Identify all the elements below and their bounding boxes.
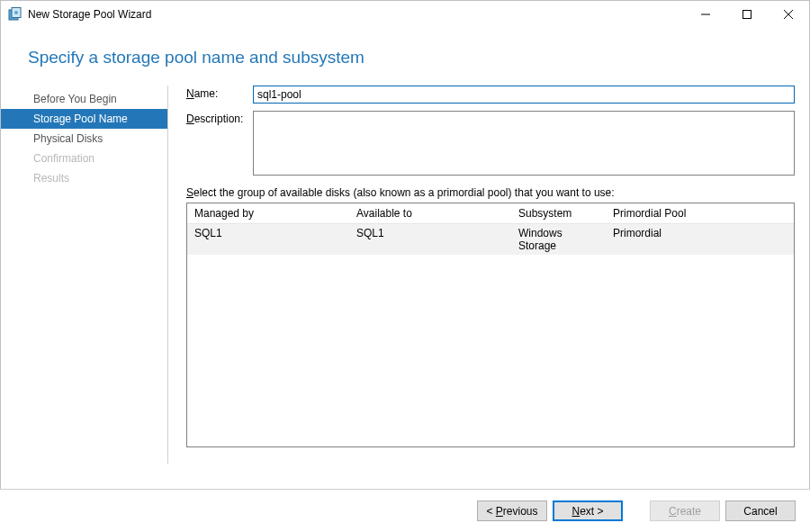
description-input[interactable]	[253, 111, 795, 176]
wizard-steps-sidebar: Before You Begin Storage Pool Name Physi…	[1, 86, 168, 464]
close-button[interactable]	[768, 1, 809, 28]
create-button: Create	[650, 500, 720, 521]
description-label: Description:	[186, 111, 253, 176]
svg-point-2	[14, 11, 18, 14]
sidebar-item-physical-disks[interactable]: Physical Disks	[1, 129, 167, 149]
sidebar-item-confirmation: Confirmation	[1, 149, 167, 168]
col-header-primordial-pool[interactable]: Primordial Pool	[606, 203, 794, 224]
cell-managed-by: SQL1	[187, 224, 349, 255]
svg-rect-4	[743, 11, 752, 19]
cancel-button[interactable]: Cancel	[725, 500, 796, 521]
title-bar: New Storage Pool Wizard	[1, 1, 809, 28]
form-area: Name: Description: Select the group of a…	[186, 86, 795, 464]
sidebar-item-storage-pool-name[interactable]: Storage Pool Name	[1, 109, 167, 129]
app-icon	[8, 7, 22, 22]
window-title: New Storage Pool Wizard	[28, 8, 685, 21]
previous-button[interactable]: < Previous	[477, 500, 547, 521]
table-row[interactable]: SQL1 SQL1 Windows Storage Primordial	[187, 224, 794, 255]
primordial-pool-table[interactable]: Managed by Available to Subsystem Primor…	[186, 203, 795, 447]
minimize-button[interactable]	[685, 1, 726, 28]
col-header-managed-by[interactable]: Managed by	[187, 203, 349, 224]
cell-available-to: SQL1	[349, 224, 511, 255]
col-header-subsystem[interactable]: Subsystem	[511, 203, 606, 224]
cell-primordial-pool: Primordial	[606, 224, 794, 255]
select-group-label: Select the group of available disks (als…	[186, 186, 795, 199]
cell-subsystem: Windows Storage	[511, 224, 606, 255]
name-label: Name:	[186, 86, 253, 104]
col-header-available-to[interactable]: Available to	[349, 203, 511, 224]
main-area: Before You Begin Storage Pool Name Physi…	[1, 86, 809, 464]
sidebar-item-results: Results	[1, 168, 167, 188]
wizard-footer: < Previous Next > Create Cancel	[0, 489, 810, 532]
sidebar-item-before-you-begin[interactable]: Before You Begin	[1, 89, 167, 109]
maximize-button[interactable]	[726, 1, 768, 28]
name-input[interactable]	[253, 86, 795, 104]
content: Specify a storage pool name and subsyste…	[1, 28, 809, 464]
page-heading: Specify a storage pool name and subsyste…	[1, 28, 809, 86]
table-header: Managed by Available to Subsystem Primor…	[187, 203, 794, 224]
window-controls	[685, 1, 809, 28]
next-button[interactable]: Next >	[553, 500, 623, 521]
